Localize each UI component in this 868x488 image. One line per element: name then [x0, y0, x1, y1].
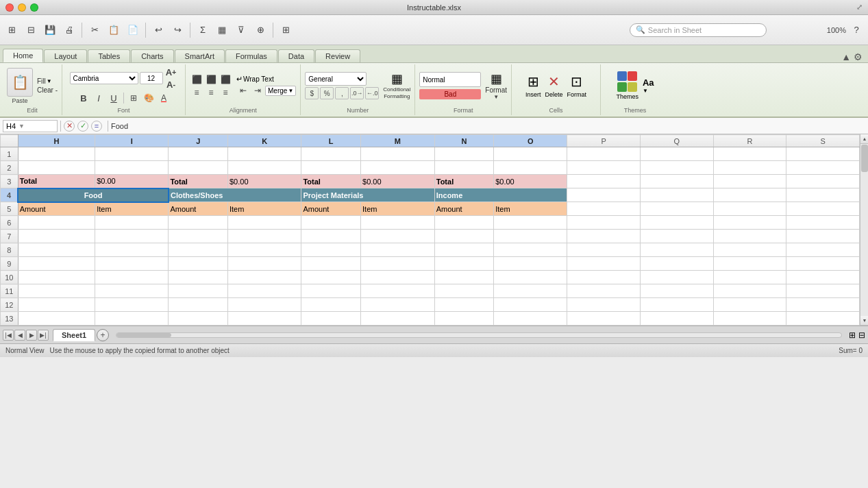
row-10-header[interactable]: 10: [1, 271, 18, 284]
cell-R7[interactable]: [713, 230, 786, 243]
cell-P3[interactable]: [567, 175, 641, 188]
toolbar-autosum[interactable]: Σ: [194, 21, 212, 39]
cell-O5[interactable]: Item: [494, 202, 567, 216]
cell-R8[interactable]: [713, 243, 786, 257]
toolbar-filter[interactable]: ⊽: [232, 21, 250, 39]
cell-O1[interactable]: [494, 147, 567, 161]
cell-J5[interactable]: Amount: [169, 202, 228, 216]
align-top-right-btn[interactable]: ⬛: [219, 73, 232, 86]
cell-K6[interactable]: [227, 216, 301, 230]
cell-R9[interactable]: [713, 257, 786, 271]
cell-H12[interactable]: [18, 298, 95, 312]
dec-increase-btn[interactable]: .0→: [350, 87, 364, 99]
wrap-text-btn[interactable]: ↵ Wrap Text: [236, 75, 296, 84]
format-button[interactable]: ▦ Format ▼: [485, 71, 507, 100]
cell-I12[interactable]: [95, 298, 169, 312]
cell-H6[interactable]: [18, 216, 95, 230]
col-S[interactable]: S: [786, 135, 860, 147]
cell-P12[interactable]: [567, 298, 641, 312]
col-Q[interactable]: Q: [641, 135, 714, 147]
cell-H4[interactable]: Food: [18, 188, 169, 202]
add-sheet-btn[interactable]: +: [97, 329, 109, 341]
ribbon-collapse[interactable]: ▲: [841, 51, 851, 62]
cell-O11[interactable]: [494, 284, 567, 298]
cell-K7[interactable]: [227, 230, 301, 243]
help-button[interactable]: ?: [847, 21, 865, 39]
cell-N10[interactable]: [434, 271, 493, 284]
cell-I8[interactable]: [95, 243, 169, 257]
themes-btn[interactable]: Themes: [616, 71, 638, 100]
merge-btn[interactable]: Merge ▼: [265, 86, 296, 96]
font-color-btn[interactable]: A: [157, 92, 171, 104]
cell-Q10[interactable]: [641, 271, 714, 284]
tab-tables[interactable]: Tables: [88, 49, 130, 62]
cell-O2[interactable]: [494, 161, 567, 175]
cell-I7[interactable]: [95, 230, 169, 243]
cell-H10[interactable]: [18, 271, 95, 284]
dec-decrease-btn[interactable]: ←.0: [365, 87, 379, 99]
row-3-header[interactable]: 3: [1, 175, 18, 188]
toolbar-expand[interactable]: ⊞: [277, 21, 295, 39]
cell-I2[interactable]: [95, 161, 169, 175]
tab-review[interactable]: Review: [315, 49, 360, 62]
cell-O12[interactable]: [494, 298, 567, 312]
minimize-button[interactable]: [18, 3, 26, 12]
bold-btn[interactable]: B: [77, 92, 90, 104]
cell-H13[interactable]: [18, 312, 95, 326]
cell-N9[interactable]: [434, 257, 493, 271]
cell-S3[interactable]: [786, 175, 860, 188]
cell-Q5[interactable]: [641, 202, 714, 216]
cell-L6[interactable]: [301, 216, 361, 230]
col-N[interactable]: N: [434, 135, 493, 147]
row-5-header[interactable]: 5: [1, 202, 18, 216]
cell-N4[interactable]: Income: [434, 188, 567, 202]
font-theme-btn[interactable]: Aa ▼: [643, 77, 654, 94]
cell-R2[interactable]: [713, 161, 786, 175]
cell-H8[interactable]: [18, 243, 95, 257]
cell-H3[interactable]: Total: [18, 175, 95, 188]
italic-btn[interactable]: I: [92, 92, 106, 104]
cell-I1[interactable]: [95, 147, 169, 161]
cell-P1[interactable]: [567, 147, 641, 161]
cell-Q8[interactable]: [641, 243, 714, 257]
cell-Q9[interactable]: [641, 257, 714, 271]
fill-button[interactable]: Fill ▼: [37, 77, 58, 85]
delete-btn[interactable]: ✕ Delete: [545, 73, 562, 98]
cell-S13[interactable]: [786, 312, 860, 326]
cell-R4[interactable]: [713, 188, 786, 202]
cell-L10[interactable]: [301, 271, 361, 284]
cell-Q13[interactable]: [641, 312, 714, 326]
cell-M1[interactable]: [361, 147, 435, 161]
cell-Q4[interactable]: [641, 188, 714, 202]
cell-J4[interactable]: Clothes/Shoes: [169, 188, 301, 202]
cell-M7[interactable]: [361, 230, 435, 243]
cell-M12[interactable]: [361, 298, 435, 312]
font-size-input[interactable]: [140, 72, 163, 84]
cell-L5[interactable]: Amount: [301, 202, 361, 216]
col-L[interactable]: L: [301, 135, 361, 147]
cell-O7[interactable]: [494, 230, 567, 243]
scroll-thumb[interactable]: [861, 145, 868, 172]
comma-btn[interactable]: ,: [335, 87, 349, 99]
cell-O9[interactable]: [494, 257, 567, 271]
search-bar[interactable]: 🔍 Search in Sheet: [630, 23, 767, 37]
sheet-tab-sheet1[interactable]: Sheet1: [53, 329, 95, 341]
cell-H11[interactable]: [18, 284, 95, 298]
cell-H7[interactable]: [18, 230, 95, 243]
cell-O8[interactable]: [494, 243, 567, 257]
row-4-header[interactable]: 4: [1, 188, 18, 202]
cell-P2[interactable]: [567, 161, 641, 175]
cell-M6[interactable]: [361, 216, 435, 230]
cell-P11[interactable]: [567, 284, 641, 298]
cell-S9[interactable]: [786, 257, 860, 271]
cell-R13[interactable]: [713, 312, 786, 326]
cell-H9[interactable]: [18, 257, 95, 271]
cell-N11[interactable]: [434, 284, 493, 298]
align-mid-center-btn[interactable]: ≡: [204, 86, 218, 99]
paste-button[interactable]: 📋: [7, 68, 33, 97]
cell-Q6[interactable]: [641, 216, 714, 230]
cell-K9[interactable]: [227, 257, 301, 271]
cell-L8[interactable]: [301, 243, 361, 257]
cell-M10[interactable]: [361, 271, 435, 284]
cell-K11[interactable]: [227, 284, 301, 298]
